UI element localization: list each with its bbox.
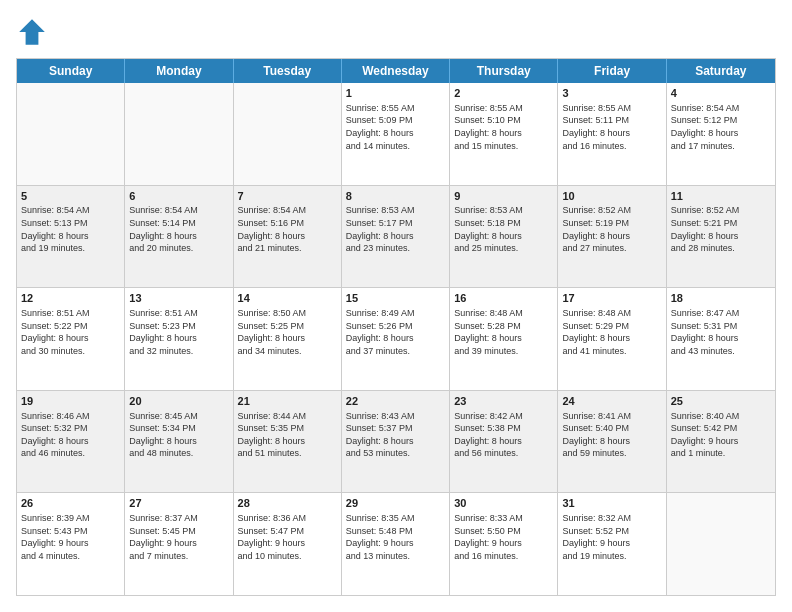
- day-number: 12: [21, 291, 120, 306]
- day-number: 8: [346, 189, 445, 204]
- cell-info: Sunrise: 8:52 AM Sunset: 5:21 PM Dayligh…: [671, 204, 771, 254]
- day-number: 5: [21, 189, 120, 204]
- cell-info: Sunrise: 8:32 AM Sunset: 5:52 PM Dayligh…: [562, 512, 661, 562]
- weekday-header: Sunday: [17, 59, 125, 83]
- calendar-cell: 9Sunrise: 8:53 AM Sunset: 5:18 PM Daylig…: [450, 186, 558, 288]
- calendar-cell: 20Sunrise: 8:45 AM Sunset: 5:34 PM Dayli…: [125, 391, 233, 493]
- day-number: 17: [562, 291, 661, 306]
- day-number: 24: [562, 394, 661, 409]
- day-number: 9: [454, 189, 553, 204]
- cell-info: Sunrise: 8:33 AM Sunset: 5:50 PM Dayligh…: [454, 512, 553, 562]
- cell-info: Sunrise: 8:54 AM Sunset: 5:12 PM Dayligh…: [671, 102, 771, 152]
- cell-info: Sunrise: 8:51 AM Sunset: 5:22 PM Dayligh…: [21, 307, 120, 357]
- calendar-cell: 19Sunrise: 8:46 AM Sunset: 5:32 PM Dayli…: [17, 391, 125, 493]
- day-number: 6: [129, 189, 228, 204]
- calendar-cell: 27Sunrise: 8:37 AM Sunset: 5:45 PM Dayli…: [125, 493, 233, 595]
- calendar-cell: 16Sunrise: 8:48 AM Sunset: 5:28 PM Dayli…: [450, 288, 558, 390]
- cell-info: Sunrise: 8:48 AM Sunset: 5:29 PM Dayligh…: [562, 307, 661, 357]
- cell-info: Sunrise: 8:50 AM Sunset: 5:25 PM Dayligh…: [238, 307, 337, 357]
- calendar-cell: 4Sunrise: 8:54 AM Sunset: 5:12 PM Daylig…: [667, 83, 775, 185]
- calendar-cell: [125, 83, 233, 185]
- day-number: 21: [238, 394, 337, 409]
- calendar-cell: 24Sunrise: 8:41 AM Sunset: 5:40 PM Dayli…: [558, 391, 666, 493]
- calendar-cell: 12Sunrise: 8:51 AM Sunset: 5:22 PM Dayli…: [17, 288, 125, 390]
- calendar-cell: [17, 83, 125, 185]
- weekday-header: Monday: [125, 59, 233, 83]
- calendar-cell: 21Sunrise: 8:44 AM Sunset: 5:35 PM Dayli…: [234, 391, 342, 493]
- calendar-row: 12Sunrise: 8:51 AM Sunset: 5:22 PM Dayli…: [17, 287, 775, 390]
- calendar-cell: 15Sunrise: 8:49 AM Sunset: 5:26 PM Dayli…: [342, 288, 450, 390]
- calendar-cell: 13Sunrise: 8:51 AM Sunset: 5:23 PM Dayli…: [125, 288, 233, 390]
- calendar-cell: 3Sunrise: 8:55 AM Sunset: 5:11 PM Daylig…: [558, 83, 666, 185]
- cell-info: Sunrise: 8:39 AM Sunset: 5:43 PM Dayligh…: [21, 512, 120, 562]
- calendar-cell: 10Sunrise: 8:52 AM Sunset: 5:19 PM Dayli…: [558, 186, 666, 288]
- calendar-cell: [234, 83, 342, 185]
- day-number: 4: [671, 86, 771, 101]
- calendar-body: 1Sunrise: 8:55 AM Sunset: 5:09 PM Daylig…: [17, 83, 775, 595]
- cell-info: Sunrise: 8:55 AM Sunset: 5:09 PM Dayligh…: [346, 102, 445, 152]
- calendar-row: 1Sunrise: 8:55 AM Sunset: 5:09 PM Daylig…: [17, 83, 775, 185]
- cell-info: Sunrise: 8:54 AM Sunset: 5:16 PM Dayligh…: [238, 204, 337, 254]
- day-number: 16: [454, 291, 553, 306]
- calendar-cell: 25Sunrise: 8:40 AM Sunset: 5:42 PM Dayli…: [667, 391, 775, 493]
- day-number: 20: [129, 394, 228, 409]
- day-number: 27: [129, 496, 228, 511]
- cell-info: Sunrise: 8:49 AM Sunset: 5:26 PM Dayligh…: [346, 307, 445, 357]
- day-number: 7: [238, 189, 337, 204]
- cell-info: Sunrise: 8:46 AM Sunset: 5:32 PM Dayligh…: [21, 410, 120, 460]
- calendar-cell: 28Sunrise: 8:36 AM Sunset: 5:47 PM Dayli…: [234, 493, 342, 595]
- calendar-cell: 11Sunrise: 8:52 AM Sunset: 5:21 PM Dayli…: [667, 186, 775, 288]
- calendar: SundayMondayTuesdayWednesdayThursdayFrid…: [16, 58, 776, 596]
- weekday-header: Wednesday: [342, 59, 450, 83]
- calendar-cell: 6Sunrise: 8:54 AM Sunset: 5:14 PM Daylig…: [125, 186, 233, 288]
- calendar-cell: 8Sunrise: 8:53 AM Sunset: 5:17 PM Daylig…: [342, 186, 450, 288]
- calendar-cell: 17Sunrise: 8:48 AM Sunset: 5:29 PM Dayli…: [558, 288, 666, 390]
- cell-info: Sunrise: 8:54 AM Sunset: 5:14 PM Dayligh…: [129, 204, 228, 254]
- calendar-cell: 30Sunrise: 8:33 AM Sunset: 5:50 PM Dayli…: [450, 493, 558, 595]
- day-number: 23: [454, 394, 553, 409]
- calendar-cell: 26Sunrise: 8:39 AM Sunset: 5:43 PM Dayli…: [17, 493, 125, 595]
- cell-info: Sunrise: 8:53 AM Sunset: 5:18 PM Dayligh…: [454, 204, 553, 254]
- cell-info: Sunrise: 8:52 AM Sunset: 5:19 PM Dayligh…: [562, 204, 661, 254]
- calendar-cell: [667, 493, 775, 595]
- cell-info: Sunrise: 8:55 AM Sunset: 5:10 PM Dayligh…: [454, 102, 553, 152]
- page: SundayMondayTuesdayWednesdayThursdayFrid…: [0, 0, 792, 612]
- day-number: 31: [562, 496, 661, 511]
- cell-info: Sunrise: 8:54 AM Sunset: 5:13 PM Dayligh…: [21, 204, 120, 254]
- logo-icon: [16, 16, 48, 48]
- calendar-cell: 31Sunrise: 8:32 AM Sunset: 5:52 PM Dayli…: [558, 493, 666, 595]
- day-number: 15: [346, 291, 445, 306]
- cell-info: Sunrise: 8:55 AM Sunset: 5:11 PM Dayligh…: [562, 102, 661, 152]
- weekday-header: Saturday: [667, 59, 775, 83]
- cell-info: Sunrise: 8:44 AM Sunset: 5:35 PM Dayligh…: [238, 410, 337, 460]
- day-number: 2: [454, 86, 553, 101]
- calendar-header: SundayMondayTuesdayWednesdayThursdayFrid…: [17, 59, 775, 83]
- svg-marker-0: [19, 19, 45, 45]
- cell-info: Sunrise: 8:43 AM Sunset: 5:37 PM Dayligh…: [346, 410, 445, 460]
- cell-info: Sunrise: 8:48 AM Sunset: 5:28 PM Dayligh…: [454, 307, 553, 357]
- day-number: 3: [562, 86, 661, 101]
- calendar-cell: 2Sunrise: 8:55 AM Sunset: 5:10 PM Daylig…: [450, 83, 558, 185]
- cell-info: Sunrise: 8:45 AM Sunset: 5:34 PM Dayligh…: [129, 410, 228, 460]
- header: [16, 16, 776, 48]
- day-number: 22: [346, 394, 445, 409]
- calendar-cell: 1Sunrise: 8:55 AM Sunset: 5:09 PM Daylig…: [342, 83, 450, 185]
- cell-info: Sunrise: 8:35 AM Sunset: 5:48 PM Dayligh…: [346, 512, 445, 562]
- calendar-cell: 22Sunrise: 8:43 AM Sunset: 5:37 PM Dayli…: [342, 391, 450, 493]
- day-number: 30: [454, 496, 553, 511]
- calendar-row: 5Sunrise: 8:54 AM Sunset: 5:13 PM Daylig…: [17, 185, 775, 288]
- cell-info: Sunrise: 8:36 AM Sunset: 5:47 PM Dayligh…: [238, 512, 337, 562]
- cell-info: Sunrise: 8:42 AM Sunset: 5:38 PM Dayligh…: [454, 410, 553, 460]
- day-number: 11: [671, 189, 771, 204]
- day-number: 26: [21, 496, 120, 511]
- day-number: 19: [21, 394, 120, 409]
- weekday-header: Thursday: [450, 59, 558, 83]
- cell-info: Sunrise: 8:37 AM Sunset: 5:45 PM Dayligh…: [129, 512, 228, 562]
- day-number: 28: [238, 496, 337, 511]
- calendar-cell: 23Sunrise: 8:42 AM Sunset: 5:38 PM Dayli…: [450, 391, 558, 493]
- calendar-cell: 5Sunrise: 8:54 AM Sunset: 5:13 PM Daylig…: [17, 186, 125, 288]
- calendar-row: 19Sunrise: 8:46 AM Sunset: 5:32 PM Dayli…: [17, 390, 775, 493]
- day-number: 14: [238, 291, 337, 306]
- calendar-cell: 29Sunrise: 8:35 AM Sunset: 5:48 PM Dayli…: [342, 493, 450, 595]
- calendar-cell: 14Sunrise: 8:50 AM Sunset: 5:25 PM Dayli…: [234, 288, 342, 390]
